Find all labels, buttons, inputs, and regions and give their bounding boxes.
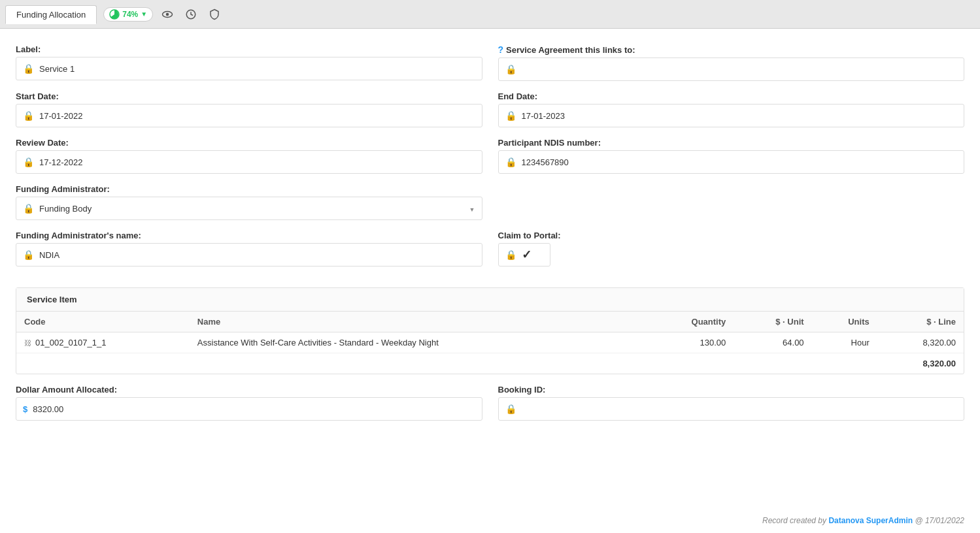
funding-admin-name-group: Funding Administrator's name: 🔒 NDIA — [16, 231, 482, 266]
start-date-value: 17-01-2022 — [39, 111, 83, 121]
service-agreement-group: ? Service Agreement this links to: 🔒 — [498, 44, 965, 81]
start-date-field: 🔒 17-01-2022 — [16, 104, 482, 127]
service-agreement-label-text: Service Agreement this links to: — [506, 45, 635, 55]
dollar-amount-value: 8320.00 — [33, 404, 63, 414]
label-field: 🔒 Service 1 — [16, 57, 482, 80]
claim-portal-checkmark: ✓ — [522, 248, 532, 262]
total-spacer — [16, 353, 877, 374]
dollar-amount-field: $ 8320.00 — [16, 397, 482, 421]
progress-value: 74% — [122, 10, 138, 19]
funding-admin-chevron-icon — [469, 204, 475, 214]
claim-portal-field: 🔒 ✓ — [498, 243, 550, 266]
end-date-group: End Date: 🔒 17-01-2023 — [498, 91, 965, 127]
funding-admin-value: Funding Body — [39, 204, 464, 214]
review-date-field: 🔒 17-12-2022 — [16, 150, 482, 174]
end-date-field: 🔒 17-01-2023 — [498, 104, 965, 127]
service-agreement-label: ? Service Agreement this links to: — [498, 44, 965, 55]
booking-id-field: 🔒 — [498, 397, 965, 421]
col-name: Name — [190, 312, 645, 332]
label-lock-icon: 🔒 — [23, 63, 34, 74]
link-icon: ⛓ — [24, 339, 31, 347]
end-date-lock-icon: 🔒 — [505, 110, 516, 121]
chevron-icon: ▼ — [141, 10, 147, 18]
funding-admin-name-field: 🔒 NDIA — [16, 243, 482, 266]
col-quantity: Quantity — [645, 312, 734, 332]
start-date-lock-icon: 🔒 — [23, 110, 34, 121]
progress-badge[interactable]: 74% ▼ — [103, 7, 153, 22]
cell-line-total: 8,320.00 — [877, 332, 964, 353]
ndis-value: 1234567890 — [522, 157, 569, 167]
label-group: Label: 🔒 Service 1 — [16, 44, 482, 81]
footer-user: Datanova SuperAdmin — [828, 516, 913, 525]
main-content: Label: 🔒 Service 1 ? Service Agreement t… — [0, 29, 980, 533]
funding-admin-label: Funding Administrator: — [16, 184, 482, 194]
shield-icon[interactable] — [205, 5, 224, 24]
service-table: Code Name Quantity $ · Unit Units $ · Li… — [16, 312, 964, 374]
footer-suffix: @ 17/01/2022 — [913, 516, 964, 525]
booking-id-label: Booking ID: — [498, 385, 965, 395]
label-label: Label: — [16, 44, 482, 54]
eye-icon[interactable] — [158, 5, 177, 24]
total-row: 8,320.00 — [16, 353, 964, 374]
claim-portal-lock-icon: 🔒 — [505, 250, 516, 260]
service-agreement-lock-icon: 🔒 — [505, 64, 516, 74]
funding-admin-field[interactable]: 🔒 Funding Body — [16, 197, 482, 220]
service-item-header: Service Item — [16, 288, 964, 312]
start-date-label: Start Date: — [16, 91, 482, 101]
svg-point-2 — [166, 12, 169, 16]
label-value: Service 1 — [39, 64, 75, 74]
col-units: Units — [812, 312, 877, 332]
clock-icon[interactable] — [182, 5, 200, 24]
ndis-field: 🔒 1234567890 — [498, 150, 965, 174]
footer-text: Record created by — [762, 516, 828, 525]
help-icon[interactable]: ? — [498, 44, 504, 55]
end-date-value: 17-01-2023 — [522, 111, 566, 121]
col-unit-price: $ · Unit — [734, 312, 811, 332]
cell-unit-price: 64.00 — [734, 332, 811, 353]
service-agreement-field: 🔒 — [498, 57, 965, 81]
dollar-amount-label: Dollar Amount Allocated: — [16, 385, 482, 395]
dollar-amount-group: Dollar Amount Allocated: $ 8320.00 — [16, 385, 482, 421]
ndis-group: Participant NDIS number: 🔒 1234567890 — [498, 138, 965, 174]
review-date-label: Review Date: — [16, 138, 482, 148]
table-row: ⛓ 01_002_0107_1_1 Assistance With Self-C… — [16, 332, 964, 353]
booking-id-lock-icon: 🔒 — [505, 404, 516, 414]
tab-funding-allocation[interactable]: Funding Allocation — [5, 5, 97, 24]
col-code: Code — [16, 312, 190, 332]
code-value: 01_002_0107_1_1 — [35, 338, 106, 347]
chart-pie-icon — [109, 9, 120, 20]
form-grid: Label: 🔒 Service 1 ? Service Agreement t… — [16, 44, 964, 431]
ndis-lock-icon: 🔒 — [505, 157, 516, 167]
claim-portal-label: Claim to Portal: — [498, 231, 965, 240]
booking-id-group: Booking ID: 🔒 — [498, 385, 965, 421]
funding-admin-group: Funding Administrator: 🔒 Funding Body — [16, 184, 482, 220]
review-date-group: Review Date: 🔒 17-12-2022 — [16, 138, 482, 174]
end-date-label: End Date: — [498, 91, 965, 101]
footer-note: Record created by Datanova SuperAdmin @ … — [762, 516, 964, 525]
cell-name: Assistance With Self-Care Activities - S… — [190, 332, 645, 353]
col-line-total: $ · Line — [877, 312, 964, 332]
review-date-lock-icon: 🔒 — [23, 157, 34, 167]
tab-bar: Funding Allocation 74% ▼ — [0, 0, 980, 29]
funding-admin-right-placeholder — [498, 184, 965, 220]
toolbar-icons: 74% ▼ — [103, 5, 224, 24]
cell-quantity: 130.00 — [645, 332, 734, 353]
funding-admin-name-lock-icon: 🔒 — [23, 250, 34, 260]
claim-portal-group: Claim to Portal: 🔒 ✓ — [498, 231, 965, 266]
cell-code: ⛓ 01_002_0107_1_1 — [16, 332, 190, 353]
cell-units: Hour — [812, 332, 877, 353]
funding-admin-name-value: NDIA — [39, 250, 59, 260]
dollar-icon: $ — [23, 404, 27, 414]
total-value: 8,320.00 — [877, 353, 964, 374]
funding-admin-name-label: Funding Administrator's name: — [16, 231, 482, 240]
funding-admin-lock-icon: 🔒 — [23, 203, 34, 214]
review-date-value: 17-12-2022 — [39, 157, 83, 167]
ndis-label: Participant NDIS number: — [498, 138, 965, 148]
start-date-group: Start Date: 🔒 17-01-2022 — [16, 91, 482, 127]
service-item-section: Service Item Code Name Quantity $ · Unit… — [16, 287, 964, 374]
